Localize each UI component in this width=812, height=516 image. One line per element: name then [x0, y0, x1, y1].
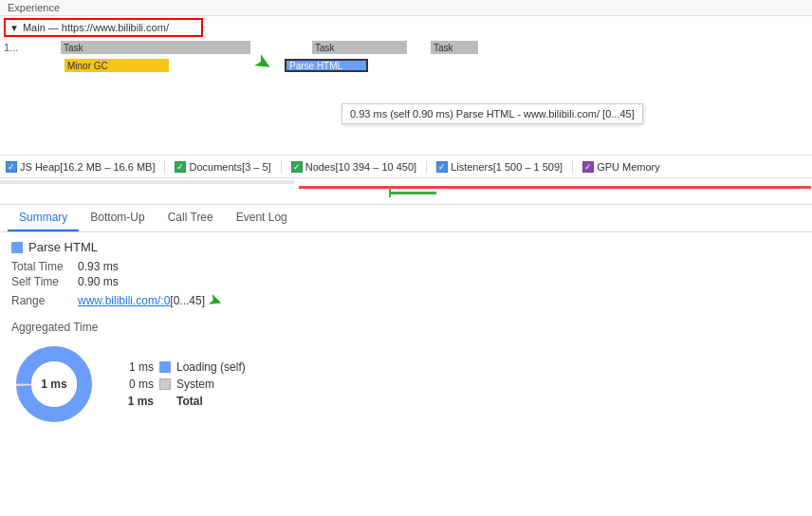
tooltip-text: 0.93 ms (self 0.90 ms) Parse HTML - www.…: [350, 108, 635, 120]
minimap-marker: [389, 186, 391, 197]
parse-html-name: Parse HTML: [28, 240, 98, 254]
legend-row-loading: 1 ms Loading (self): [125, 360, 246, 374]
range-link[interactable]: www.bilibili.com/:0: [78, 294, 170, 307]
metric-checkbox-listeners[interactable]: ✓: [436, 161, 448, 173]
donut-label: 1 ms: [41, 378, 66, 391]
task-label-2: Task: [315, 43, 335, 53]
self-time-value: 0.90 ms: [78, 275, 119, 288]
experience-bar: Experience: [0, 0, 812, 16]
tab-bottom-up[interactable]: Bottom-Up: [79, 205, 156, 231]
legend-label-loading: Loading (self): [176, 360, 246, 374]
metric-sep-4: [572, 160, 573, 174]
task-label-1: Task: [64, 43, 83, 53]
metric-checkbox-gpu-memory[interactable]: ✓: [582, 161, 594, 173]
metric-gpu-memory[interactable]: ✓ GPU Memory: [582, 161, 660, 173]
parse-html-label: Parse HTML: [289, 61, 342, 71]
metric-checkbox-js-heap[interactable]: ✓: [6, 161, 17, 173]
green-arrow-range: ➤: [206, 288, 227, 313]
metrics-bar: ✓ JS Heap[16.2 MB – 16.6 MB] ✓ Documents…: [0, 156, 812, 178]
legend-label-system: System: [176, 378, 214, 391]
range-row: Range www.bilibili.com/:0 [0...45] ➤: [11, 290, 801, 311]
bottom-panel: Parse HTML Total Time 0.93 ms Self Time …: [0, 232, 812, 434]
track-row-2: Minor GC Parse HTML: [65, 57, 812, 74]
minimap-line-red: [299, 186, 811, 189]
metric-sep-1: [164, 160, 165, 174]
track-row-1: 1... Task Task Task: [4, 39, 812, 56]
legend-row-system: 0 ms System: [125, 378, 246, 391]
metric-label-documents: Documents[3 – 5]: [189, 161, 270, 173]
metric-label-nodes: Nodes[10 394 – 10 450]: [305, 161, 416, 173]
legend-box-system: [159, 378, 171, 390]
metric-sep-2: [281, 160, 282, 174]
metric-listeners[interactable]: ✓ Listeners[1 500 – 1 509]: [436, 161, 563, 173]
tab-bottom-up-label: Bottom-Up: [90, 211, 144, 224]
legend: 1 ms Loading (self) 0 ms System 1 ms Tot…: [125, 360, 246, 408]
tab-summary[interactable]: Summary: [8, 205, 79, 231]
experience-label: Experience: [8, 2, 60, 13]
task-block-gray-1: Task: [61, 41, 250, 54]
task-block-gray-3: Task: [431, 41, 478, 54]
legend-label-total: Total: [176, 395, 203, 408]
tab-event-log[interactable]: Event Log: [225, 205, 299, 231]
donut-chart: 1 ms: [11, 341, 97, 427]
tab-call-tree[interactable]: Call Tree: [157, 205, 225, 231]
legend-value-loading: 1 ms: [125, 360, 154, 374]
timeline-area: ▼ Main — https://www.bilibili.com/ 1... …: [0, 18, 812, 156]
parse-html-title-row: Parse HTML: [11, 240, 801, 254]
total-time-row: Total Time 0.93 ms: [11, 260, 801, 273]
legend-box-loading: [159, 361, 171, 373]
tab-summary-label: Summary: [19, 211, 67, 224]
legend-box-total: [159, 396, 171, 407]
metric-sep-3: [426, 160, 427, 174]
legend-row-total: 1 ms Total: [125, 395, 246, 408]
metric-js-heap[interactable]: ✓ JS Heap[16.2 MB – 16.6 MB]: [6, 161, 155, 173]
total-time-value: 0.93 ms: [78, 260, 119, 273]
parse-html-color-box: [11, 242, 23, 253]
legend-value-total: 1 ms: [125, 395, 154, 408]
scroll-bar[interactable]: [0, 180, 294, 184]
track-label-1: 1...: [4, 42, 61, 53]
total-time-label: Total Time: [11, 260, 78, 273]
self-time-label: Self Time: [11, 275, 78, 288]
minor-gc-label: Minor GC: [67, 61, 108, 71]
metric-documents[interactable]: ✓ Documents[3 – 5]: [175, 161, 270, 173]
self-time-row: Self Time 0.90 ms: [11, 275, 801, 288]
collapse-triangle[interactable]: ▼: [9, 23, 19, 33]
minimap-area: [0, 178, 812, 205]
task-label-3: Task: [434, 43, 453, 53]
tab-event-log-label: Event Log: [236, 211, 287, 224]
tab-bar: Summary Bottom-Up Call Tree Event Log: [0, 205, 812, 232]
task-block-parse-html[interactable]: Parse HTML: [285, 59, 368, 72]
range-label: Range: [11, 294, 78, 307]
metric-label-js-heap: JS Heap[16.2 MB – 16.6 MB]: [20, 161, 155, 173]
metric-label-listeners: Listeners[1 500 – 1 509]: [451, 161, 563, 173]
metric-checkbox-documents[interactable]: ✓: [175, 161, 186, 173]
task-block-minor-gc[interactable]: Minor GC: [65, 59, 169, 72]
metric-nodes[interactable]: ✓ Nodes[10 394 – 10 450]: [291, 161, 416, 173]
main-row-label: Main — https://www.bilibili.com/: [23, 22, 169, 33]
metric-checkbox-nodes[interactable]: ✓: [291, 161, 303, 173]
task-block-gray-2: Task: [312, 41, 407, 54]
metric-label-gpu-memory: GPU Memory: [597, 161, 660, 173]
range-suffix: [0...45]: [170, 294, 205, 307]
tooltip: 0.93 ms (self 0.90 ms) Parse HTML - www.…: [341, 103, 643, 124]
tab-call-tree-label: Call Tree: [168, 211, 213, 224]
aggregated-section: 1 ms 1 ms Loading (self) 0 ms System 1 m…: [11, 341, 801, 427]
aggregated-title: Aggregated Time: [11, 321, 801, 334]
legend-value-system: 0 ms: [125, 378, 154, 391]
minimap-line-green: [389, 192, 436, 194]
